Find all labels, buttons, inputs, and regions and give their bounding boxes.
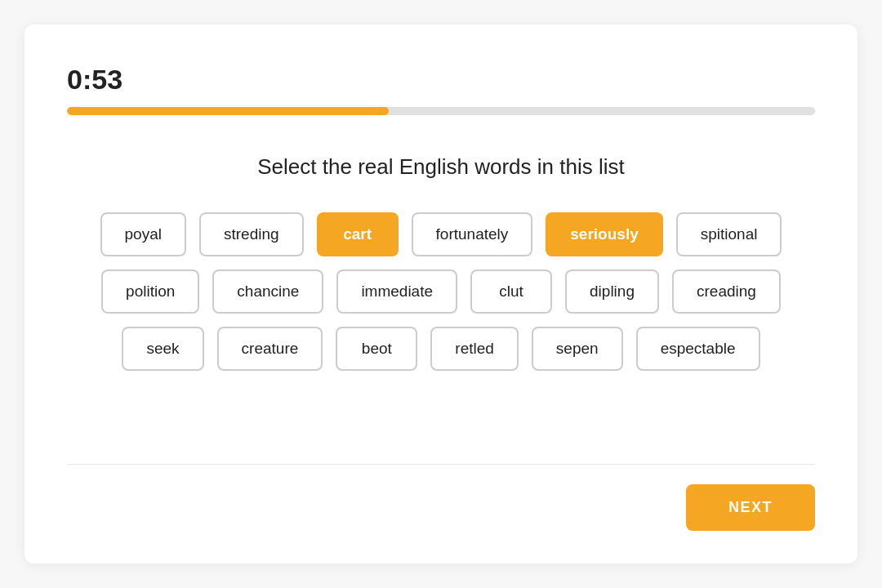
word-btn-spitional[interactable]: spitional bbox=[676, 212, 782, 256]
words-row-1: politionchancineimmediateclutdiplingcrea… bbox=[101, 270, 781, 314]
word-btn-clut[interactable]: clut bbox=[470, 270, 552, 314]
progress-bar-track bbox=[67, 107, 815, 115]
word-btn-chancine[interactable]: chancine bbox=[212, 270, 323, 314]
word-btn-cart[interactable]: cart bbox=[317, 212, 399, 256]
word-btn-sepen[interactable]: sepen bbox=[532, 327, 623, 371]
word-btn-creature[interactable]: creature bbox=[217, 327, 323, 371]
next-button[interactable]: NEXT bbox=[686, 484, 815, 531]
word-btn-seriously[interactable]: seriously bbox=[546, 212, 662, 256]
word-btn-espectable[interactable]: espectable bbox=[636, 327, 760, 371]
word-btn-creading[interactable]: creading bbox=[672, 270, 781, 314]
quiz-card: 0:53 Select the real English words in th… bbox=[24, 24, 858, 564]
word-btn-fortunately[interactable]: fortunately bbox=[412, 212, 533, 256]
word-btn-immediate[interactable]: immediate bbox=[336, 270, 457, 314]
word-btn-poyal[interactable]: poyal bbox=[100, 212, 186, 256]
question-text: Select the real English words in this li… bbox=[67, 154, 815, 180]
word-btn-seek[interactable]: seek bbox=[122, 327, 203, 371]
word-btn-beot[interactable]: beot bbox=[336, 327, 417, 371]
word-btn-polition[interactable]: polition bbox=[101, 270, 199, 314]
words-row-0: poyalstredingcartfortunatelyseriouslyspi… bbox=[100, 212, 782, 256]
footer: NEXT bbox=[67, 465, 815, 531]
timer-display: 0:53 bbox=[67, 64, 815, 96]
word-btn-streding[interactable]: streding bbox=[199, 212, 304, 256]
word-btn-dipling[interactable]: dipling bbox=[565, 270, 659, 314]
words-grid: poyalstredingcartfortunatelyseriouslyspi… bbox=[67, 212, 815, 371]
words-row-2: seekcreaturebeotretledsepenespectable bbox=[122, 327, 760, 371]
progress-bar-fill bbox=[67, 107, 389, 115]
word-btn-retled[interactable]: retled bbox=[430, 327, 519, 371]
